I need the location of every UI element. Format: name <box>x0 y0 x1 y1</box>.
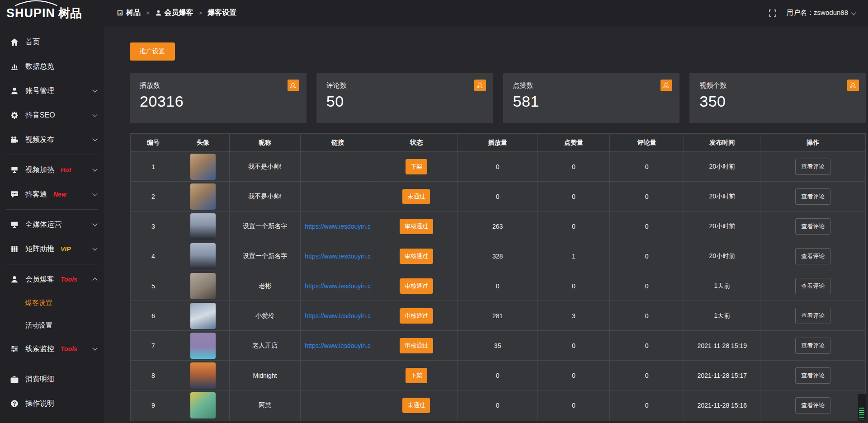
row-number: 5 <box>131 271 176 301</box>
status-button[interactable]: 审核通过 <box>400 338 433 353</box>
tools-badge: Tools <box>61 276 77 283</box>
status-button[interactable]: 下架 <box>406 159 427 174</box>
row-number: 7 <box>131 331 176 361</box>
breadcrumb-item-baoke-settings[interactable]: 爆客设置 <box>208 8 236 18</box>
chevron-down-icon <box>92 87 97 92</box>
stat-card-comments: 评论数 50 总 <box>316 73 493 123</box>
table-row: 2 我不是小帅! 未通过 0 0 0 20小时前 查看评论 <box>131 182 866 212</box>
status-button[interactable]: 审核通过 <box>400 308 433 324</box>
video-link[interactable]: https://www.iesdouyin.c <box>305 282 371 290</box>
view-comments-button[interactable]: 查看评论 <box>795 278 830 294</box>
comment-count: 0 <box>610 301 684 331</box>
view-comments-button[interactable]: 查看评论 <box>795 308 830 324</box>
comment-count: 0 <box>610 271 684 301</box>
play-count: 328 <box>458 241 538 271</box>
topbar: 树品 > 会员爆客 > 爆客设置 用户名：zswodun88 <box>104 0 868 26</box>
stat-label: 视频个数 <box>699 81 857 90</box>
publish-time: 1天前 <box>684 271 760 301</box>
table-row: 5 老彬 https://www.iesdouyin.c 审核通过 0 0 0 … <box>131 271 866 301</box>
play-count: 0 <box>458 361 538 390</box>
nav-divider <box>6 364 98 364</box>
play-count: 0 <box>458 152 538 182</box>
like-count: 0 <box>538 152 609 182</box>
avatar <box>190 213 216 240</box>
fullscreen-icon[interactable] <box>769 9 777 17</box>
sidebar-item-consumption[interactable]: 消费明细 <box>0 367 104 391</box>
video-link[interactable]: https://www.iesdouyin.c <box>305 312 371 320</box>
sidebar-item-douyin-seo[interactable]: 抖音SEO <box>0 103 104 127</box>
status-button[interactable]: 未通过 <box>402 189 430 204</box>
monitor-icon <box>10 220 19 229</box>
sidebar-item-member-baoke[interactable]: 会员爆客 Tools <box>0 267 104 291</box>
avatar <box>190 392 216 418</box>
status-button[interactable]: 未通过 <box>402 398 430 413</box>
row-number: 3 <box>131 212 176 241</box>
avatar <box>190 154 216 180</box>
row-number: 2 <box>131 182 176 212</box>
avatar <box>190 303 216 329</box>
sidebar-item-account[interactable]: 账号管理 <box>0 79 104 103</box>
total-badge[interactable]: 总 <box>288 80 299 91</box>
stat-value: 350 <box>699 93 857 110</box>
view-comments-button[interactable]: 查看评论 <box>795 367 830 384</box>
table-row: 8 Midnight 下架 0 0 0 2021-11-28 15:17 查看评… <box>131 361 866 390</box>
sidebar-item-home[interactable]: 首页 <box>0 30 104 54</box>
stat-value: 581 <box>513 93 671 110</box>
like-count: 3 <box>538 301 609 331</box>
app-window: SHUPIN 树品 首页 数据总览 账号管理 抖音SEO <box>0 0 868 423</box>
avatar <box>190 243 216 269</box>
status-button[interactable]: 审核通过 <box>400 249 433 264</box>
total-badge[interactable]: 总 <box>474 80 486 91</box>
view-comments-button[interactable]: 查看评论 <box>795 248 830 264</box>
new-badge: New <box>53 191 66 198</box>
like-count: 0 <box>538 361 609 390</box>
video-link[interactable]: https://www.iesdouyin.c <box>305 223 371 230</box>
breadcrumb-item-shupin[interactable]: 树品 <box>117 8 141 18</box>
comment-count: 0 <box>610 182 684 212</box>
help-circle-icon <box>10 399 19 408</box>
breadcrumb: 树品 > 会员爆客 > 爆客设置 <box>117 8 236 18</box>
nickname: 我不是小帅! <box>230 152 300 182</box>
sidebar-item-clue-monitor[interactable]: 线索监控 Tools <box>0 337 104 361</box>
sidebar-subitem-baoke-settings[interactable]: 爆客设置 <box>0 291 104 314</box>
sidebar-subitem-activity-settings[interactable]: 活动设置 <box>0 314 104 337</box>
view-comments-button[interactable]: 查看评论 <box>795 397 830 414</box>
total-badge[interactable]: 总 <box>660 80 672 91</box>
sidebar-item-video-publish[interactable]: 视频发布 <box>0 127 104 152</box>
avatar <box>190 273 216 299</box>
nickname: 设置一个新名字 <box>230 212 300 241</box>
username-label: 用户名：zswodun88 <box>787 9 848 17</box>
video-link[interactable]: https://www.iesdouyin.c <box>305 342 371 349</box>
like-count: 0 <box>538 390 609 420</box>
sidebar-item-data-overview[interactable]: 数据总览 <box>0 54 104 79</box>
promote-settings-button[interactable]: 推广设置 <box>130 42 175 61</box>
view-comments-button[interactable]: 查看评论 <box>795 159 830 175</box>
sidebar-nav: 首页 数据总览 账号管理 抖音SEO 视频发布 <box>0 26 104 423</box>
comment-count: 0 <box>610 212 684 241</box>
nav-divider <box>6 155 98 155</box>
sidebar-item-media-operation[interactable]: 全媒体运营 <box>0 212 104 237</box>
status-button[interactable]: 审核通过 <box>400 278 433 294</box>
video-link[interactable]: https://www.iesdouyin.c <box>305 253 371 260</box>
breadcrumb-item-member-baoke[interactable]: 会员爆客 <box>155 8 193 18</box>
comment-count: 0 <box>610 152 684 182</box>
user-menu[interactable]: 用户名：zswodun88 <box>787 9 855 17</box>
logo[interactable]: SHUPIN 树品 <box>0 0 104 26</box>
view-comments-button[interactable]: 查看评论 <box>795 188 830 205</box>
status-button[interactable]: 下架 <box>406 368 427 383</box>
sidebar-item-douketong[interactable]: 抖客通 New <box>0 182 104 207</box>
row-number <box>131 420 176 422</box>
sidebar-item-instructions[interactable]: 操作说明 <box>0 391 104 416</box>
floating-widget[interactable] <box>857 393 866 421</box>
sidebar-item-matrix-boost[interactable]: 矩阵助推 VIP <box>0 237 104 261</box>
comment-count: 0 <box>610 361 684 390</box>
table-header: 编号 头像 昵称 链接 状态 播放量 点赞量 评论量 发布时间 操作 <box>131 134 866 152</box>
like-count: 0 <box>538 331 609 361</box>
view-comments-button[interactable]: 查看评论 <box>795 218 830 235</box>
total-badge[interactable]: 总 <box>847 80 859 91</box>
stat-card-likes: 点赞数 581 总 <box>503 73 680 123</box>
breadcrumb-separator: > <box>199 9 203 16</box>
view-comments-button[interactable]: 查看评论 <box>795 338 830 354</box>
status-button[interactable]: 审核通过 <box>400 219 433 234</box>
sidebar-item-video-heat[interactable]: 视频加热 Hot <box>0 158 104 182</box>
